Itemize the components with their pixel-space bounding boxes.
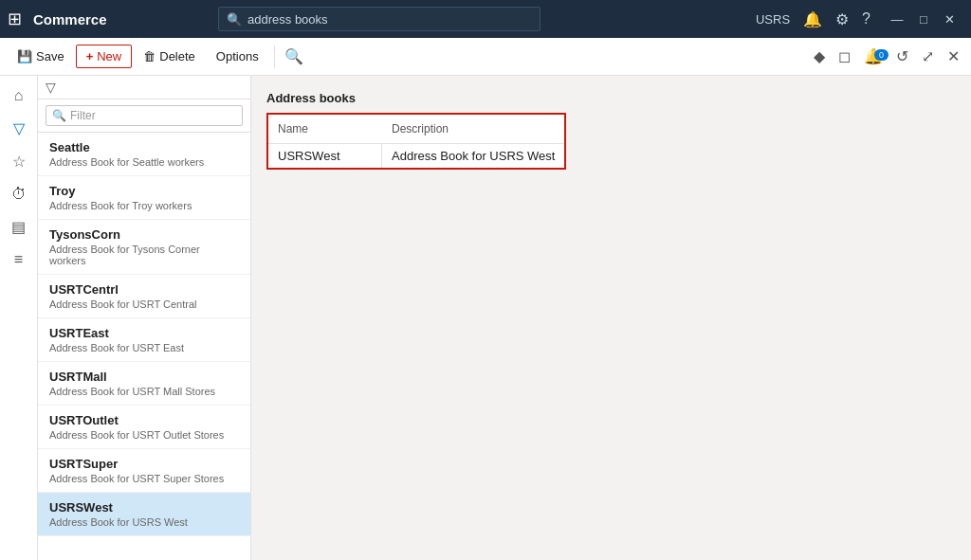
list-icon[interactable]: ≡ [9,245,28,274]
list-item[interactable]: Seattle Address Book for Seattle workers [38,133,250,176]
global-search[interactable]: 🔍 [218,7,540,31]
col-name-header: Name [268,118,382,139]
expand-icon[interactable]: ⤢ [918,44,938,69]
delete-label: Delete [159,49,195,63]
list-item-subtitle: Address Book for Troy workers [49,200,239,211]
search-toolbar-icon[interactable]: 🔍 [281,44,307,69]
list-item-title: USRTSuper [49,457,239,471]
user-label[interactable]: USRS [756,12,790,27]
list-item-title: Troy [49,184,239,198]
close-button[interactable]: ✕ [937,6,963,32]
waffle-icon[interactable]: ⊞ [8,9,22,29]
delete-button[interactable]: 🗑 Delete [134,45,205,67]
browser-icon[interactable]: ◻ [834,44,854,69]
close-panel-icon[interactable]: ✕ [944,44,963,69]
table-cell-name[interactable]: USRSWest [268,144,382,168]
new-label: New [97,49,121,63]
list-item-subtitle: Address Book for USRT Outlet Stores [49,429,239,441]
new-button[interactable]: + New [76,45,133,68]
content-title: Address books [266,91,956,105]
list-item[interactable]: USRTEast Address Book for USRT East [38,318,250,362]
address-books-table: Name Description USRSWest Address Book f… [266,113,566,170]
minimize-button[interactable]: — [884,6,910,32]
save-icon: 💾 [17,49,32,63]
list-filter: 🔍 [38,99,250,133]
new-icon: + [86,49,94,63]
list-item-subtitle: Address Book for USRT Super Stores [49,473,239,484]
help-icon[interactable]: ? [862,10,870,27]
search-icon: 🔍 [227,12,242,27]
filter-input-wrapper[interactable]: 🔍 [46,105,243,126]
list-item[interactable]: USRSWest Address Book for USRS West [38,493,250,536]
left-sidebar: ⌂ ▽ ☆ ⏱ ▤ ≡ [0,76,38,560]
filter-input[interactable] [70,109,236,122]
content-area: Address books Name Description USRSWest … [251,76,971,560]
list-scroll[interactable]: Seattle Address Book for Seattle workers… [38,133,250,560]
list-item-title: USRTMall [49,370,239,384]
list-item[interactable]: USRTSuper Address Book for USRT Super St… [38,449,250,493]
maximize-button[interactable]: □ [910,6,937,32]
title-bar: ⊞ Commerce 🔍 USRS 🔔 ⚙ ? — □ ✕ [0,0,971,38]
list-item-subtitle: Address Book for USRT Mall Stores [49,386,239,397]
table-header: Name Description [268,115,564,144]
workspace-icon[interactable]: ▤ [6,212,31,242]
layout-icon[interactable]: ◆ [810,44,829,69]
list-item[interactable]: Troy Address Book for Troy workers [38,176,250,220]
table-row[interactable]: USRSWest Address Book for USRS West [268,144,564,168]
list-item[interactable]: USRTCentrl Address Book for USRT Central [38,275,250,318]
list-panel: ▽ 🔍 Seattle Address Book for Seattle wor… [38,76,251,560]
list-filter-bar: ▽ [38,76,250,99]
notification-badge: 0 [874,49,889,61]
recent-icon[interactable]: ⏱ [6,180,32,208]
list-item-subtitle: Address Book for USRT Central [49,298,239,310]
list-item-title: Seattle [49,140,239,154]
list-item-title: USRTEast [49,326,239,340]
list-item-title: USRSWest [49,500,239,515]
notification-icon[interactable]: 🔔 [803,10,822,28]
list-item-subtitle: Address Book for USRT East [49,342,239,353]
list-item-subtitle: Address Book for USRS West [49,516,239,528]
search-input[interactable] [247,12,532,27]
save-button[interactable]: 💾 Save [8,45,74,67]
save-label: Save [36,49,64,63]
list-item-subtitle: Address Book for Seattle workers [49,156,239,168]
toolbar-right-icons: ◆ ◻ 🔔 0 ↺ ⤢ ✕ [810,44,963,69]
main-layout: ⌂ ▽ ☆ ⏱ ▤ ≡ ▽ 🔍 Seattle Address Book for… [0,76,971,560]
filter-sidebar-icon[interactable]: ▽ [8,114,30,143]
list-item-title: USRTCentrl [49,282,239,297]
list-item[interactable]: USRTMall Address Book for USRT Mall Stor… [38,362,250,406]
col-desc-header: Description [382,118,564,139]
app-name: Commerce [33,11,107,27]
settings-icon[interactable]: ⚙ [835,10,849,28]
list-item-title: USRTOutlet [49,413,239,427]
list-item-subtitle: Address Book for Tysons Corner workers [49,244,239,266]
options-button[interactable]: Options [207,45,268,67]
list-item[interactable]: TysonsCorn Address Book for Tysons Corne… [38,220,250,275]
title-bar-right: USRS 🔔 ⚙ ? — □ ✕ [756,6,963,32]
filter-icon[interactable]: ▽ [46,80,56,95]
home-icon[interactable]: ⌂ [9,81,29,110]
favorites-icon[interactable]: ☆ [7,147,31,176]
table-cell-description[interactable]: Address Book for USRS West [382,144,564,168]
toolbar: 💾 Save + New 🗑 Delete Options 🔍 ◆ ◻ 🔔 0 … [0,38,971,76]
window-controls: — □ ✕ [884,6,963,32]
list-item[interactable]: USRTOutlet Address Book for USRT Outlet … [38,406,250,449]
toolbar-separator [274,45,275,68]
options-label: Options [216,49,259,63]
refresh-icon[interactable]: ↺ [892,44,912,69]
delete-icon: 🗑 [143,49,156,63]
list-item-title: TysonsCorn [49,227,239,242]
filter-search-icon: 🔍 [52,109,66,122]
